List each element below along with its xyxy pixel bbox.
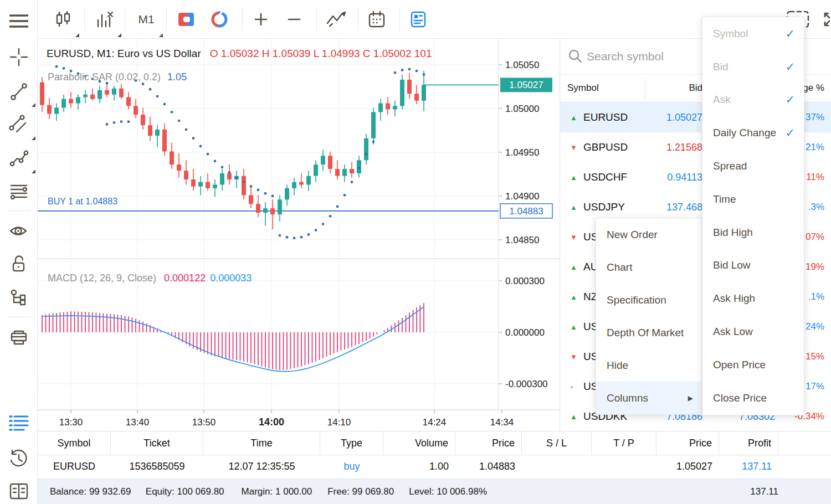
menu-item-label: Specification	[607, 294, 666, 306]
parabolic-sar-dot	[257, 189, 260, 192]
bid-value: 1.05027	[666, 112, 702, 124]
menu-item-depth-of-market[interactable]: Depth Of Market	[596, 316, 701, 349]
drawing-tools-button[interactable]	[320, 0, 353, 38]
column-header-bid[interactable]: Bid	[689, 83, 702, 94]
indicators-button[interactable]	[88, 0, 123, 38]
history-button[interactable]	[0, 442, 37, 475]
table-header-profit[interactable]: Profit	[719, 431, 778, 455]
menu-item-label: Ask Low	[713, 326, 753, 338]
column-toggle-bid-high[interactable]: Bid High	[702, 216, 804, 249]
parabolic-sar-dot	[315, 229, 317, 232]
menu-item-chart[interactable]: Chart	[596, 251, 701, 284]
donut-chart-icon	[211, 11, 228, 28]
price-tick-label: 1.05050	[505, 60, 539, 70]
column-toggle-close-price[interactable]: Close Price	[702, 382, 804, 415]
daily-change-value: .1%	[808, 291, 824, 302]
candle-body	[278, 199, 282, 214]
parabolic-sar-dot	[120, 120, 123, 123]
column-header-symbol[interactable]: Symbol	[567, 83, 599, 94]
polyline-icon	[9, 148, 29, 168]
calendar-button[interactable]	[361, 0, 392, 38]
column-toggle-spread[interactable]: Spread	[702, 150, 804, 183]
menu-item-label: Depth Of Market	[607, 327, 684, 339]
crosshair-tool-button[interactable]	[0, 40, 37, 74]
menu-item-new-order[interactable]: New Order	[596, 218, 701, 251]
submenu-arrow-icon: ▶	[688, 394, 693, 402]
channel-tool-button[interactable]	[0, 108, 37, 141]
fullscreen-button[interactable]	[814, 0, 831, 38]
daily-change-value: 21%	[806, 142, 824, 153]
timeframe-button[interactable]: M1	[128, 0, 165, 38]
status-item-free: Free: 99 069.80	[327, 479, 394, 504]
menu-item-specification[interactable]: Specification	[596, 284, 701, 316]
symbol-name: EURUSD	[583, 111, 628, 124]
zoom-out-icon	[287, 12, 301, 27]
lock-button[interactable]	[0, 248, 37, 281]
candle-body	[206, 182, 210, 188]
menu-item-label: Daily Change	[713, 127, 776, 139]
parabolic-sar-dot	[106, 123, 109, 126]
daily-change-value: 07%	[806, 232, 824, 243]
candle-body	[61, 99, 66, 108]
parabolic-sar-dot	[55, 65, 58, 68]
candle-body	[126, 97, 131, 106]
chart-area[interactable]: 1.050501.050001.049501.049001.048500.000…	[38, 39, 560, 431]
parabolic-sar-dot	[250, 185, 253, 188]
menu-item-columns[interactable]: Columns▶	[596, 382, 701, 414]
table-header-volume[interactable]: Volume	[383, 431, 455, 455]
chart-type-button[interactable]	[45, 0, 81, 38]
objects-badge-button[interactable]	[171, 0, 202, 38]
parabolic-sar-dot	[149, 88, 152, 91]
table-header-type[interactable]: Type	[320, 431, 383, 455]
table-header-t-p[interactable]: T / P	[592, 431, 656, 455]
left-sidebar	[0, 0, 38, 504]
parabolic-sar-dot	[156, 95, 159, 97]
price-tick-label: 1.04850	[505, 235, 539, 245]
donut-chart-button[interactable]	[204, 0, 235, 38]
symbol-name: USDJPY	[583, 201, 625, 213]
table-header-ticket[interactable]: Ticket	[111, 431, 203, 455]
column-toggle-open-price[interactable]: Open Price	[702, 348, 804, 382]
column-toggle-bid-low[interactable]: Bid Low	[702, 249, 804, 282]
column-toggle-ask-high[interactable]: Ask High	[702, 282, 804, 315]
column-toggle-ask-low[interactable]: Ask Low	[702, 315, 804, 348]
candle-body	[83, 95, 88, 97]
objects-list-button[interactable]	[0, 281, 37, 314]
table-header-time[interactable]: Time	[203, 431, 320, 455]
column-toggle-ask[interactable]: Ask✓	[702, 84, 804, 117]
candle-body	[350, 169, 354, 173]
table-header-price[interactable]: Price	[656, 431, 719, 455]
journal-button[interactable]	[0, 475, 37, 504]
table-cell: 1536585059	[111, 455, 203, 478]
price-chart[interactable]: 1.050501.050001.049501.049001.048500.000…	[38, 39, 560, 431]
parabolic-sar-dot	[394, 71, 397, 74]
candle-body	[242, 176, 246, 196]
table-cell	[592, 455, 656, 478]
levels-tool-button[interactable]	[0, 174, 37, 208]
column-toggle-daily-change[interactable]: Daily Change✓	[702, 116, 804, 150]
candle-body	[119, 89, 124, 97]
status-item-level: Level: 10 006.98%	[409, 479, 487, 504]
table-header-price[interactable]: Price	[455, 431, 522, 455]
hamburger-menu-button[interactable]	[0, 4, 37, 38]
parabolic-sar-dot	[178, 120, 181, 122]
news-button[interactable]	[403, 0, 434, 38]
column-toggle-symbol[interactable]: Symbol✓	[702, 17, 804, 50]
visibility-button[interactable]	[0, 214, 37, 248]
trade-list-button[interactable]	[0, 407, 37, 440]
menu-item-hide[interactable]: Hide	[596, 349, 701, 382]
menu-item-label: Ask	[713, 94, 731, 106]
toolbar-divider	[399, 8, 400, 31]
zoom-out-button[interactable]	[279, 0, 310, 38]
trendline-tool-button[interactable]	[0, 75, 37, 108]
zoom-in-button[interactable]	[245, 0, 276, 38]
column-toggle-time[interactable]: Time	[702, 183, 804, 216]
column-toggle-bid[interactable]: Bid✓	[702, 50, 804, 84]
print-button[interactable]	[0, 321, 37, 354]
menu-item-label: New Order	[607, 229, 658, 241]
polyline-tool-button[interactable]	[0, 141, 37, 174]
menu-item-label: Chart	[607, 261, 632, 274]
trend-down-icon: ▼	[570, 233, 577, 241]
table-header-s-l[interactable]: S / L	[522, 431, 592, 455]
table-header-symbol[interactable]: Symbol	[38, 431, 111, 455]
